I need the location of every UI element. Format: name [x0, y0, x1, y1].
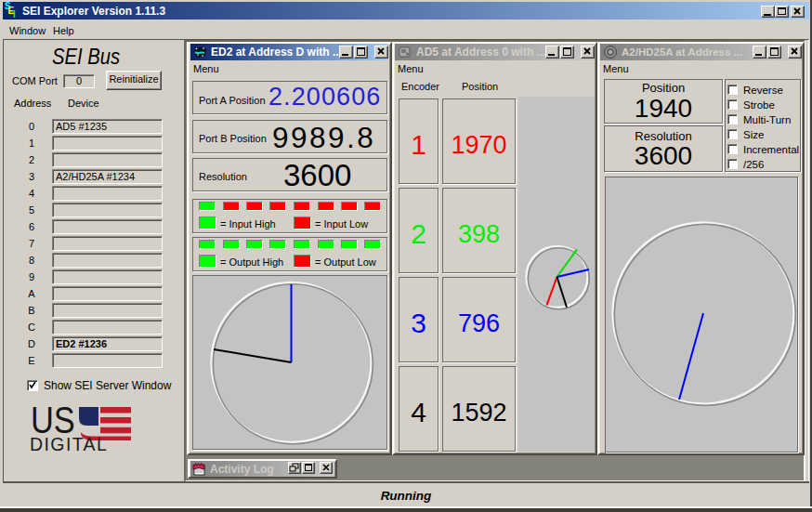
svg-text:I: I — [13, 9, 16, 19]
